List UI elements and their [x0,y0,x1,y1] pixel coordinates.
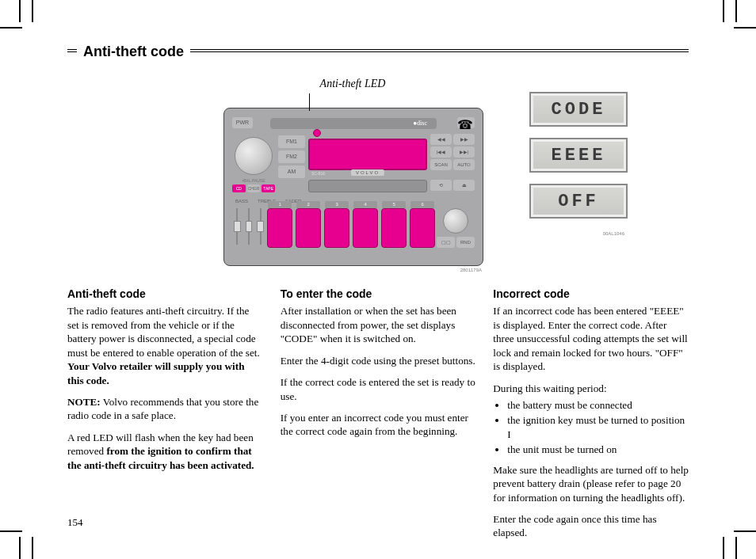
volvo-badge: VOLVO [351,169,384,176]
col3-heading: Incorrect code [493,287,689,301]
title-rule-left [67,51,77,52]
right-controls: ◀◀▶▶ |◀◀▶▶| SCANAUTO ⟲ [430,134,475,194]
tune-knob-icon [443,208,468,234]
lcd-code: CODE [529,92,628,127]
bass-slider [232,205,242,248]
knob-sublabel: •BAL PAUSE [232,178,275,183]
reverse-icon: ⟲ [430,180,452,191]
bass-label: BASS [235,199,248,203]
figure-caption-main: 2801179A [223,268,482,272]
page-title: Anti-theft code [83,44,184,60]
bottom-row: BASS TREBLE FADER 1 2 3 [232,199,475,248]
figure-area: Anti-theft LED PWR ●disc ☎ •BAL PAUSE [67,78,689,272]
column-incorrect-code: Incorrect code If an incorrect code has … [493,287,689,548]
preset-2: 2 [296,208,321,248]
scan-button: SCAN [430,159,452,170]
preset-1: 1 [267,208,292,248]
phone-icon: ☎ [457,117,475,128]
rnd-button: RND [456,237,475,248]
col2-p3: If the correct code is entered the set i… [281,375,476,403]
display-area: SC-816 VOLVO [308,134,427,194]
preset-group: 1 2 3 4 5 6 [267,208,435,248]
left-knob-area: •BAL PAUSE CD CHGR TAPE [232,134,275,194]
lcd-stack: CODE EEEE OFF 00AL1046 [529,92,628,236]
radio-diagram: Anti-theft LED PWR ●disc ☎ •BAL PAUSE [223,78,482,272]
page-content: Anti-theft code Anti-theft LED PWR ●disc… [67,44,689,527]
col2-heading: To enter the code [281,287,476,301]
seek-down-icon: ◀◀ [430,134,452,145]
band-stack: FM1 FM2 AM [278,134,305,194]
volume-knob-icon [235,137,273,175]
cd-slot: ●disc [270,118,437,129]
model-number: SC-816 [311,171,325,176]
col3-p3: Make sure the headlights are turned off … [493,463,689,504]
col1-p1: The radio features anti-theft circuitry.… [67,304,263,387]
col3-p4: Enter the code again once this time has … [493,512,689,540]
preset-3: 3 [324,208,349,248]
col3-p1: If an incorrect code has been entered "E… [493,304,689,373]
anti-theft-led-icon [313,129,321,137]
pwr-button: PWR [232,117,253,128]
seek-up-icon: ▶▶ [453,134,475,145]
col3-p2: During this waiting period: [493,382,689,395]
right-knob-area: ▢▢ RND [437,208,475,248]
col1-heading: Anti-theft code [67,287,263,301]
preset-6: 6 [410,208,435,248]
col2-p2: Enter the 4-digit code using the preset … [281,354,476,367]
cd-button: CD [232,184,246,192]
auto-button: AUTO [453,159,475,170]
next-track-icon: ▶▶| [453,146,475,158]
page-number: 154 [67,516,83,529]
col2-p1: After installation or when the set has b… [281,304,476,345]
text-columns: Anti-theft code The radio features anti-… [67,287,689,548]
disc-logo-icon: ●disc [413,120,427,127]
chgr-button: CHGR [247,184,261,192]
column-anti-theft: Anti-theft code The radio features anti-… [67,287,263,548]
prev-track-icon: |◀◀ [430,146,452,158]
am-button: AM [278,165,305,178]
dolby-icon: ▢▢ [437,237,455,248]
col2-p4: If you enter an incorrect code you must … [281,411,476,439]
cassette-slot [308,180,427,192]
tape-button: TAPE [262,184,275,192]
treble-slider [244,205,254,248]
radio-display [308,139,427,170]
radio-body: PWR ●disc ☎ •BAL PAUSE CD CHGR TAPE [223,108,483,266]
bullet-1: the battery must be connected [507,398,689,412]
fm1-button: FM1 [278,135,305,148]
title-rule-right [190,51,689,52]
led-pointer-line [309,93,310,111]
col3-bullets: the battery must be connected the igniti… [493,398,689,457]
lcd-eeee: EEEE [529,138,628,173]
title-bar: Anti-theft code [67,44,689,60]
bullet-2: the ignition key must be turned to posit… [507,413,689,441]
led-label: Anti-theft LED [223,78,482,90]
eject-icon [453,180,475,191]
bullet-3: the unit must be turned on [507,443,689,456]
col1-p3: A red LED will flash when the key had be… [67,431,263,472]
lcd-off: OFF [529,184,628,219]
column-enter-code: To enter the code After installation or … [281,287,476,548]
preset-5: 5 [381,208,407,248]
fm2-button: FM2 [278,150,305,163]
fader-slider [255,205,265,248]
col1-note: NOTE: Volvo recommends that you store th… [67,395,263,423]
preset-4: 4 [353,208,378,248]
figure-caption-lcd: 00AL1046 [529,231,624,236]
